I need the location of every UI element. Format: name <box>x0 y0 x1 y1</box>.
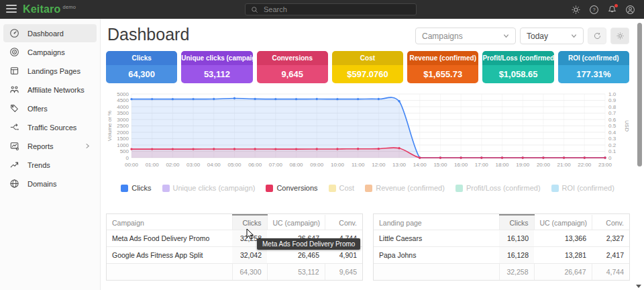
metric-label: ROI (confirmed) <box>558 51 629 65</box>
legend-swatch <box>162 185 170 192</box>
sidebar-item-traffic-sources[interactable]: Traffic Sources <box>3 118 97 136</box>
metric-value: $597.0760 <box>332 65 403 83</box>
svg-text:1.0: 1.0 <box>608 91 616 97</box>
svg-text:01:00: 01:00 <box>146 162 160 168</box>
topbar: Keitarodemo ? <box>0 0 644 19</box>
sidebar-item-label: Offers <box>28 105 48 113</box>
reports-icon <box>9 141 19 151</box>
metric-label: Revenue (confirmed) <box>407 51 478 65</box>
svg-text:19:00: 19:00 <box>516 162 530 168</box>
search-input[interactable] <box>262 5 411 14</box>
sidebar-item-label: Landings Pages <box>28 67 80 75</box>
demo-badge: demo <box>63 4 76 10</box>
svg-text:08:00: 08:00 <box>290 162 304 168</box>
metric-card-profit-loss-confirmed: Profit/Loss (confirmed)$1,058.65 <box>482 51 553 83</box>
sidebar-item-domains[interactable]: Domains <box>3 175 97 193</box>
column-header-conv[interactable]: Conv. <box>592 215 629 230</box>
sidebar-item-dashboard[interactable]: Dashboard <box>3 24 97 42</box>
sidebar-item-trends[interactable]: Trends <box>3 156 97 174</box>
svg-text:4000: 4000 <box>117 104 129 110</box>
sidebar-item-label: Trends <box>28 161 50 169</box>
svg-text:0.3: 0.3 <box>608 136 616 142</box>
page-title: Dashboard <box>107 25 189 44</box>
dashboard-settings-button[interactable] <box>610 28 629 44</box>
help-icon[interactable]: ? <box>589 5 599 15</box>
legend-item-clicks[interactable]: Clicks <box>121 184 151 192</box>
campaigns-icon <box>9 47 19 57</box>
legend-swatch <box>329 185 336 192</box>
legend-label: Profit/Loss (confirmed) <box>466 184 541 192</box>
legend-swatch <box>266 185 273 192</box>
column-header-clicks[interactable]: Clicks <box>232 215 267 230</box>
topbar-actions: ? <box>571 0 635 19</box>
row-tooltip: Meta Ads Food Delivery Promo <box>257 238 360 250</box>
metric-card-cost: Cost$597.0760 <box>332 51 403 83</box>
svg-text:0.9: 0.9 <box>608 97 616 103</box>
legend-item-profit-loss-confirmed[interactable]: Profit/Loss (confirmed) <box>455 184 541 192</box>
landing-pages-table: Landing pageClicksUC (campaign)Conv.Litt… <box>373 213 630 281</box>
svg-text:0.2: 0.2 <box>608 142 616 148</box>
sidebar-item-affiliate-networks[interactable]: Affiliate Networks <box>3 81 97 99</box>
table-row[interactable]: Papa Johns16,12813,2812,417 <box>374 247 629 264</box>
column-header-clicks[interactable]: Clicks <box>499 215 534 230</box>
svg-text:20:00: 20:00 <box>537 162 551 168</box>
svg-text:21:00: 21:00 <box>557 162 572 168</box>
settings-gear-icon[interactable] <box>571 5 581 15</box>
column-header-uc-campaign[interactable]: UC (campaign) <box>267 215 325 230</box>
legend-swatch <box>551 185 559 192</box>
scrollbar-thumb[interactable] <box>637 23 642 166</box>
metric-value: 177.31% <box>558 65 629 83</box>
legend-label: Clicks <box>131 184 151 192</box>
table-row[interactable]: Little Caesars16,13013,3662,327 <box>374 230 629 247</box>
dashboard-icon <box>9 28 19 38</box>
column-header-uc-campaign[interactable]: UC (campaign) <box>534 215 592 230</box>
sidebar: DashboardCampaignsLandings PagesAffiliat… <box>0 19 101 290</box>
svg-text:3500: 3500 <box>117 110 129 116</box>
notifications-bell-icon[interactable] <box>607 5 617 15</box>
svg-text:1500: 1500 <box>117 136 129 142</box>
app-logo[interactable]: Keitarodemo <box>23 3 76 15</box>
sidebar-item-label: Affiliate Networks <box>28 86 85 94</box>
legend-item-roi-confirmed[interactable]: ROI (confirmed) <box>551 184 614 192</box>
column-header-landing-page[interactable]: Landing page <box>374 215 499 230</box>
svg-text:16:00: 16:00 <box>454 162 468 168</box>
domains-icon <box>9 179 19 189</box>
legend-swatch <box>365 185 372 192</box>
svg-text:12:00: 12:00 <box>372 162 386 168</box>
campaign-filter-select[interactable]: Campaigns <box>415 28 516 44</box>
svg-text:18:00: 18:00 <box>496 162 510 168</box>
hamburger-menu-icon[interactable] <box>6 5 17 14</box>
user-account-icon[interactable] <box>625 5 635 15</box>
refresh-button[interactable] <box>588 28 606 44</box>
svg-text:0.7: 0.7 <box>608 110 616 116</box>
metric-card-revenue-confirmed: Revenue (confirmed)$1,655.73 <box>407 51 478 83</box>
sidebar-item-landings-pages[interactable]: Landings Pages <box>3 62 97 80</box>
legend-swatch <box>121 185 128 192</box>
sidebar-item-reports[interactable]: Reports <box>3 137 97 155</box>
legend-item-unique-clicks-campaign[interactable]: Unique clicks (campaign) <box>162 184 256 192</box>
scrollbar-down-arrow[interactable] <box>636 285 641 288</box>
landings-icon <box>9 66 19 76</box>
svg-text:3000: 3000 <box>117 117 129 123</box>
campaign-filter-value: Campaigns <box>422 32 463 41</box>
svg-text:22:00: 22:00 <box>578 162 592 168</box>
legend-item-conversions[interactable]: Conversions <box>266 184 317 192</box>
svg-text:0: 0 <box>608 155 612 161</box>
legend-label: Conversions <box>276 184 317 192</box>
traffic-chart-svg: 00:0001:0002:0003:0004:0005:0006:0007:00… <box>106 88 629 177</box>
legend-item-cost[interactable]: Cost <box>329 184 355 192</box>
legend-item-revenue-confirmed[interactable]: Revenue (confirmed) <box>365 184 445 192</box>
sidebar-item-offers[interactable]: Offers <box>3 99 97 117</box>
offers-icon <box>9 103 19 113</box>
svg-text:11:00: 11:00 <box>352 162 365 168</box>
chevron-down-icon <box>503 33 509 39</box>
svg-text:2000: 2000 <box>117 130 129 136</box>
column-header-campaign[interactable]: Campaign <box>107 215 232 230</box>
column-header-conv[interactable]: Conv. <box>325 215 362 230</box>
search-bar[interactable] <box>245 3 417 15</box>
date-range-select[interactable]: Today <box>520 28 584 44</box>
metric-value: 53,112 <box>181 65 252 83</box>
svg-text:02:00: 02:00 <box>166 162 180 168</box>
date-range-value: Today <box>527 32 548 41</box>
sidebar-item-campaigns[interactable]: Campaigns <box>3 43 97 61</box>
